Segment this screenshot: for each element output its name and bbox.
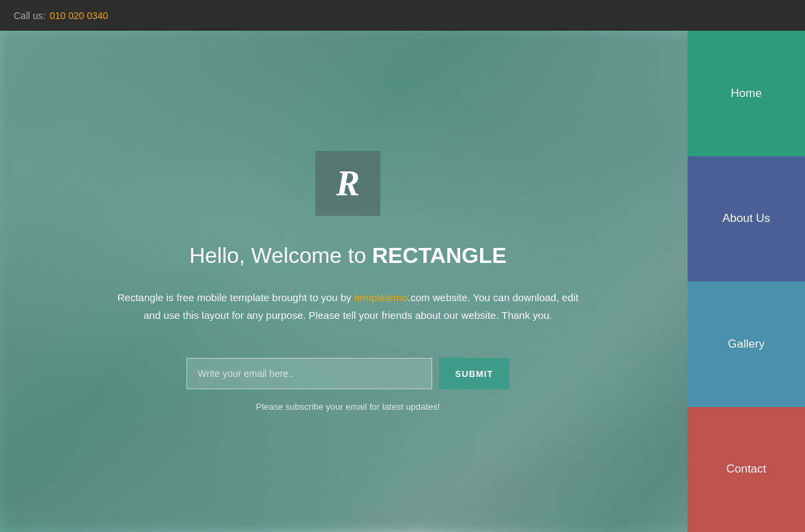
description-text: Rectangle is free mobile template brough…	[116, 289, 580, 324]
email-form: SUBMIT	[186, 358, 510, 389]
top-bar: Call us: 010 020 0340	[0, 0, 805, 31]
logo-letter: R	[336, 163, 360, 204]
right-nav: Home About Us Gallery Contact	[688, 31, 805, 532]
hero-section: R Hello, Welcome to RECTANGLE Rectangle …	[0, 31, 805, 532]
nav-item-contact[interactable]: Contact	[688, 407, 805, 533]
welcome-title: Hello, Welcome to RECTANGLE	[189, 243, 507, 268]
logo-box: R	[315, 151, 380, 216]
main-content: R Hello, Welcome to RECTANGLE Rectangle …	[0, 31, 805, 532]
phone-number: 010 020 0340	[50, 10, 109, 21]
nav-item-about[interactable]: About Us	[688, 156, 805, 282]
templatemo-link[interactable]: templatemo	[354, 292, 408, 303]
submit-button[interactable]: SUBMIT	[439, 358, 510, 389]
subscribe-note: Please subscribe your email for latest u…	[256, 402, 440, 412]
nav-item-gallery[interactable]: Gallery	[688, 281, 805, 407]
nav-item-home[interactable]: Home	[688, 31, 805, 156]
call-label: Call us:	[14, 10, 46, 21]
email-input[interactable]	[186, 358, 432, 389]
